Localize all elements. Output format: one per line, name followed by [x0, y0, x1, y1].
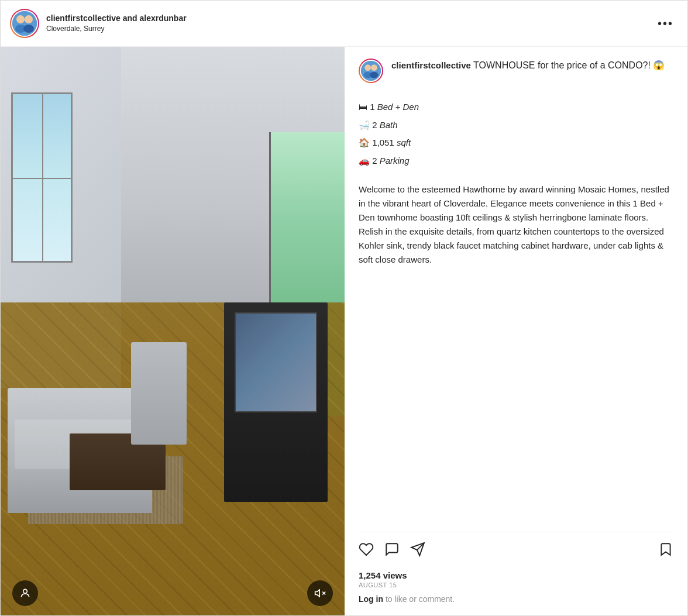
caption-text: clientfirstcollective TOWNHOUSE for the … [391, 58, 673, 73]
login-link[interactable]: Log in [359, 594, 383, 604]
post-stats: 1,254 views AUGUST 15 [359, 570, 673, 589]
post-right-panel: clientfirstcollective TOWNHOUSE for the … [345, 47, 687, 615]
room-window [11, 92, 73, 263]
post-photo[interactable] [1, 47, 345, 615]
login-prompt-rest: to like or comment. [383, 594, 455, 604]
car-emoji: 🚗 [359, 156, 370, 166]
bath-label: Bath [380, 120, 398, 130]
caption-header: clientfirstcollective TOWNHOUSE for the … [359, 58, 673, 83]
svg-point-4 [23, 25, 34, 33]
svg-point-3 [25, 15, 33, 23]
svg-rect-0 [11, 10, 38, 37]
instagram-post: clientfirstcollective and alexrdunbar Cl… [0, 0, 688, 616]
login-prompt: Log in to like or comment. [359, 594, 673, 604]
parking-label: Parking [380, 156, 410, 166]
feature-sqft: 🏠 1,051 sqft [359, 136, 673, 150]
user-profile-icon[interactable] [12, 580, 38, 606]
caption-title: TOWNHOUSE for the price of a CONDO?! 😱 [471, 60, 665, 70]
caption-avatar[interactable] [359, 58, 383, 83]
svg-rect-9 [361, 61, 381, 81]
feature-bed: 🛏 1 Bed + Den [359, 101, 673, 114]
sqft-label: sqft [397, 137, 411, 147]
more-options-button[interactable]: ••• [653, 15, 678, 33]
svg-point-12 [371, 64, 377, 71]
sqft-count: 1,051 [372, 137, 397, 147]
post-actions [359, 532, 673, 567]
like-button[interactable] [359, 542, 374, 561]
bath-count: 2 [372, 120, 380, 130]
caption-avatar-image [360, 60, 382, 82]
header-info: clientfirstcollective and alexrdunbar Cl… [46, 13, 653, 34]
svg-point-13 [370, 72, 378, 78]
feature-bath: 🛁 2 Bath [359, 119, 673, 132]
header-location: Cloverdale, Surrey [46, 24, 653, 34]
room-tv-unit [224, 302, 327, 501]
header-usernames[interactable]: clientfirstcollective and alexrdunbar [46, 13, 653, 25]
bed-label: Bed + Den [377, 102, 419, 112]
room-chair [131, 342, 186, 445]
views-count: 1,254 views [359, 570, 673, 580]
svg-point-10 [364, 64, 371, 71]
bed-count: 1 [370, 102, 377, 112]
caption-username[interactable]: clientfirstcollective [391, 60, 471, 70]
svg-marker-6 [315, 590, 320, 597]
header-avatar-image [11, 10, 38, 37]
mute-icon[interactable] [307, 580, 333, 606]
feature-parking: 🚗 2 Parking [359, 154, 673, 168]
comment-button[interactable] [384, 542, 400, 561]
photo-overlay [1, 580, 345, 606]
post-header: clientfirstcollective and alexrdunbar Cl… [1, 1, 687, 47]
room-tv-screen [235, 312, 317, 412]
header-avatar[interactable] [10, 9, 39, 38]
share-button[interactable] [410, 542, 425, 561]
house-emoji: 🏠 [359, 137, 370, 147]
photo-scene [1, 47, 345, 615]
parking-count: 2 [372, 156, 380, 166]
post-date: AUGUST 15 [359, 581, 673, 589]
description-text: Welcome to the esteemed Hawthorne by awa… [359, 183, 673, 522]
svg-point-5 [23, 589, 27, 593]
bath-emoji: 🛁 [359, 120, 370, 130]
post-body: clientfirstcollective TOWNHOUSE for the … [1, 47, 687, 615]
bed-emoji: 🛏 [359, 102, 367, 112]
svg-point-1 [16, 15, 25, 23]
features-list: 🛏 1 Bed + Den 🛁 2 Bath 🏠 1,051 sqft 🚗 2 … [359, 101, 673, 172]
save-button[interactable] [658, 542, 673, 561]
